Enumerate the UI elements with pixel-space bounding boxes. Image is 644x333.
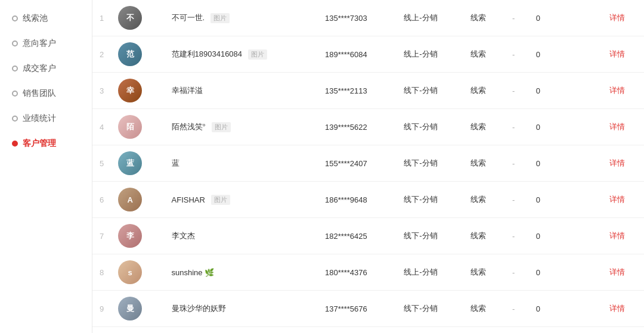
avatar: 李 [118, 224, 142, 248]
row-spacer [555, 36, 602, 73]
tag-badge: 图片 [210, 13, 230, 23]
row-phone: 135****7303 [318, 0, 397, 36]
sidebar-item-sales[interactable]: 销售团队 [0, 81, 92, 106]
row-type: 线索 [463, 291, 505, 327]
row-index: 7 [92, 218, 111, 254]
table-row: 5 蓝 蓝 155****2407 线下-分销 线索 - 0 详情 [92, 145, 644, 182]
row-detail[interactable]: 详情 [602, 36, 644, 73]
sidebar-label: 业绩统计 [23, 113, 56, 124]
row-name: sunshine 🌿 [165, 254, 318, 291]
row-dash: - [505, 109, 529, 145]
sidebar-item-customer-mgmt[interactable]: 客户管理 [0, 131, 92, 156]
row-source: 线下-分销 [397, 182, 463, 218]
circle-icon-active [12, 141, 18, 147]
customer-name: 曼珠沙华的妖野 [172, 303, 226, 314]
row-source: 线上-分销 [397, 254, 463, 291]
row-follow: 0 [529, 218, 555, 254]
detail-link[interactable]: 详情 [609, 13, 625, 22]
circle-icon [12, 15, 18, 21]
row-phone: 182****6425 [318, 218, 397, 254]
row-index: 8 [92, 254, 111, 291]
row-detail[interactable]: 详情 [602, 291, 644, 327]
row-phone: 135****2113 [318, 73, 397, 109]
row-type: 线索 [463, 73, 505, 109]
row-source: 线下-分销 [397, 145, 463, 182]
customer-name: 蓝 [172, 158, 179, 169]
row-avatar: s [111, 254, 164, 291]
customer-name: 范建利18903416084 [172, 49, 243, 60]
row-spacer [555, 109, 602, 145]
sidebar-item-intent[interactable]: 意向客户 [0, 31, 92, 56]
row-index: 2 [92, 36, 111, 73]
row-name: 陌然浅笑° 图片 [165, 109, 318, 145]
row-name: 范建利18903416084 图片 [165, 36, 318, 73]
sidebar-item-clue-pool[interactable]: 线索池 [0, 6, 92, 31]
main-content: 1 不 不可一世. 图片 135****7303 线上-分销 线索 - 0 详情… [92, 0, 644, 333]
detail-link[interactable]: 详情 [609, 267, 625, 276]
detail-link[interactable]: 详情 [609, 122, 625, 131]
circle-icon [12, 116, 18, 122]
table-row: 9 曼 曼珠沙华的妖野 137****5676 线下-分销 线索 - 0 详情 [92, 291, 644, 327]
detail-link[interactable]: 详情 [609, 49, 625, 58]
detail-link[interactable]: 详情 [609, 195, 625, 204]
row-type: 线索 [463, 254, 505, 291]
table-row: 7 李 李文杰 182****6425 线下-分销 线索 - 0 详情 [92, 218, 644, 254]
row-detail[interactable]: 详情 [602, 254, 644, 291]
row-name: 不可一世. 图片 [165, 0, 318, 36]
circle-icon [12, 41, 18, 46]
row-follow: 0 [529, 254, 555, 291]
detail-link[interactable]: 详情 [609, 158, 625, 167]
avatar: 蓝 [118, 151, 142, 175]
row-detail[interactable]: 详情 [602, 73, 644, 109]
table-row: 8 s sunshine 🌿 180****4376 线上-分销 线索 - 0 … [92, 254, 644, 291]
row-detail[interactable]: 详情 [602, 109, 644, 145]
detail-link[interactable]: 详情 [609, 304, 625, 313]
row-dash: - [505, 145, 529, 182]
table-row: 4 陌 陌然浅笑° 图片 139****5622 线下-分销 线索 - 0 详情 [92, 109, 644, 145]
pagination: 首页 « 1 2 3 4 5 » 尾页 [92, 327, 644, 333]
row-detail[interactable]: 详情 [602, 145, 644, 182]
sidebar-item-perf[interactable]: 业绩统计 [0, 106, 92, 131]
customer-name: 陌然浅笑° [172, 122, 206, 132]
row-avatar: 不 [111, 0, 164, 36]
tag-badge: 图片 [248, 49, 267, 60]
sidebar-item-deal[interactable]: 成交客户 [0, 56, 92, 81]
row-name: 曼珠沙华的妖野 [165, 291, 318, 327]
avatar: s [118, 260, 142, 284]
row-dash: - [505, 291, 529, 327]
row-name: 李文杰 [165, 218, 318, 254]
row-follow: 0 [529, 145, 555, 182]
tag-badge: 图片 [211, 195, 230, 205]
row-spacer [555, 254, 602, 291]
row-type: 线索 [463, 145, 505, 182]
row-detail[interactable]: 详情 [602, 182, 644, 218]
row-detail[interactable]: 详情 [602, 218, 644, 254]
circle-icon [12, 91, 18, 97]
detail-link[interactable]: 详情 [609, 86, 625, 95]
customer-name: 李文杰 [172, 231, 195, 241]
row-follow: 0 [529, 109, 555, 145]
row-avatar: 幸 [111, 73, 164, 109]
sidebar-label: 成交客户 [23, 63, 56, 74]
row-type: 线索 [463, 36, 505, 73]
sidebar-label: 线索池 [23, 13, 48, 24]
sidebar-label: 意向客户 [23, 38, 56, 49]
row-follow: 0 [529, 182, 555, 218]
row-avatar: 蓝 [111, 145, 164, 182]
row-source: 线下-分销 [397, 73, 463, 109]
row-follow: 0 [529, 73, 555, 109]
row-source: 线下-分销 [397, 291, 463, 327]
tag-badge: 图片 [212, 122, 231, 132]
detail-link[interactable]: 详情 [609, 231, 625, 240]
row-type: 线索 [463, 218, 505, 254]
row-phone: 189****6084 [318, 36, 397, 73]
row-dash: - [505, 0, 529, 36]
row-detail[interactable]: 详情 [602, 0, 644, 36]
row-name: 蓝 [165, 145, 318, 182]
row-index: 9 [92, 291, 111, 327]
customer-name: 不可一世. [172, 13, 205, 23]
row-phone: 155****2407 [318, 145, 397, 182]
avatar: 曼 [118, 297, 142, 320]
customer-name: 幸福洋溢 [172, 85, 203, 96]
avatar: 陌 [118, 115, 142, 139]
